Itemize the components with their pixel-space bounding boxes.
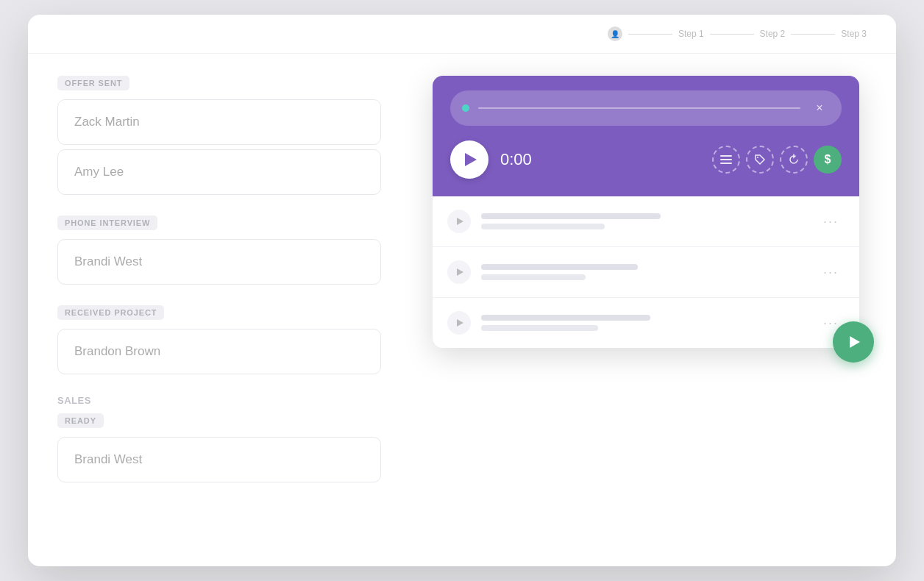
svg-rect-1 [720, 159, 732, 160]
kanban-card-brandon[interactable]: Brandon Brown [57, 329, 381, 374]
track-play-btn-2[interactable] [447, 260, 471, 284]
track-line-3a [481, 315, 650, 321]
kanban-column-offer-sent: OFFER SENT Zack Martin Amy Lee [57, 76, 381, 195]
steps-nav: 👤 Step 1 Step 2 Step 3 [608, 26, 867, 41]
track-play-btn-3[interactable] [447, 311, 471, 335]
float-play-icon [850, 336, 860, 348]
kanban-card-brandi-phone[interactable]: Brandi West [57, 239, 381, 285]
step-1-label: Step 1 [678, 29, 704, 39]
play-icon-large [465, 153, 477, 166]
brandon-brown-name: Brandon Brown [74, 344, 160, 358]
zack-martin-name: Zack Martin [74, 115, 140, 129]
right-panel: × 0:00 [411, 54, 896, 566]
search-dot [462, 104, 469, 112]
track-menu-1[interactable]: ··· [817, 211, 845, 232]
track-item-1: ··· [433, 196, 859, 247]
brandi-west-phone-name: Brandi West [74, 254, 142, 268]
track-line-1a [481, 213, 661, 219]
svg-rect-2 [720, 163, 732, 164]
close-button[interactable]: × [809, 98, 830, 118]
svg-point-3 [757, 157, 758, 158]
track-play-btn-1[interactable] [447, 210, 471, 233]
history-icon [788, 154, 800, 165]
phone-interview-label: PHONE INTERVIEW [57, 215, 157, 230]
track-info-1 [481, 213, 807, 229]
left-panel: OFFER SENT Zack Martin Amy Lee PHONE INT… [28, 54, 411, 566]
step-2-label: Step 2 [760, 29, 786, 39]
player-controls: 0:00 [450, 140, 842, 179]
control-icons: $ [712, 146, 842, 174]
play-button-large[interactable] [450, 140, 488, 179]
time-display: 0:00 [500, 150, 700, 169]
list-icon [720, 155, 732, 164]
kanban-column-received-project: RECEIVED PROJECT Brandon Brown [57, 305, 381, 374]
tag-ctrl-btn[interactable] [746, 146, 774, 174]
main-content: OFFER SENT Zack Martin Amy Lee PHONE INT… [28, 54, 896, 566]
step-divider-3 [791, 34, 835, 35]
track-line-1b [481, 224, 605, 229]
track-info-3 [481, 315, 807, 331]
track-info-2 [481, 264, 807, 280]
track-line-3b [481, 325, 598, 331]
dollar-icon: $ [825, 153, 831, 166]
kanban-column-phone-interview: PHONE INTERVIEW Brandi West [57, 215, 381, 285]
kanban-column-sales: SALES READY Brandi West [57, 395, 381, 482]
track-line-2a [481, 264, 638, 270]
received-project-label: RECEIVED PROJECT [57, 305, 164, 320]
offer-sent-label: OFFER SENT [57, 76, 129, 90]
track-menu-2[interactable]: ··· [817, 262, 845, 283]
top-bar: 👤 Step 1 Step 2 Step 3 [28, 15, 896, 54]
user-icon: 👤 [608, 26, 622, 41]
kanban-card-brandi-sales[interactable]: Brandi West [57, 437, 381, 482]
step-divider-2 [710, 34, 754, 35]
app-container: 👤 Step 1 Step 2 Step 3 OFFER SENT Zack M… [28, 15, 896, 566]
tag-icon [754, 154, 766, 165]
player-header: × 0:00 [433, 76, 859, 196]
track-line-2b [481, 274, 586, 280]
dollar-ctrl-btn[interactable]: $ [814, 146, 842, 174]
player-body: ··· ··· [433, 196, 859, 348]
search-line [478, 107, 800, 109]
track-play-icon-3 [457, 319, 463, 327]
track-play-icon-1 [457, 218, 463, 225]
kanban-card-zack[interactable]: Zack Martin [57, 99, 381, 145]
player-modal: × 0:00 [433, 76, 859, 348]
sales-label: SALES [57, 395, 381, 406]
kanban-card-amy[interactable]: Amy Lee [57, 149, 381, 195]
brandi-west-sales-name: Brandi West [74, 452, 142, 466]
ready-label: READY [57, 413, 104, 428]
step-3-label: Step 3 [841, 29, 867, 39]
track-item-2: ··· [433, 247, 859, 298]
float-play-button[interactable] [833, 321, 874, 363]
step-divider-1 [628, 34, 672, 35]
menu-ctrl-btn[interactable] [712, 146, 740, 174]
svg-rect-0 [720, 155, 732, 157]
history-ctrl-btn[interactable] [780, 146, 808, 174]
amy-lee-name: Amy Lee [74, 165, 124, 179]
track-play-icon-2 [457, 268, 463, 276]
search-bar[interactable]: × [450, 90, 842, 126]
track-item-3: ··· [433, 298, 859, 348]
